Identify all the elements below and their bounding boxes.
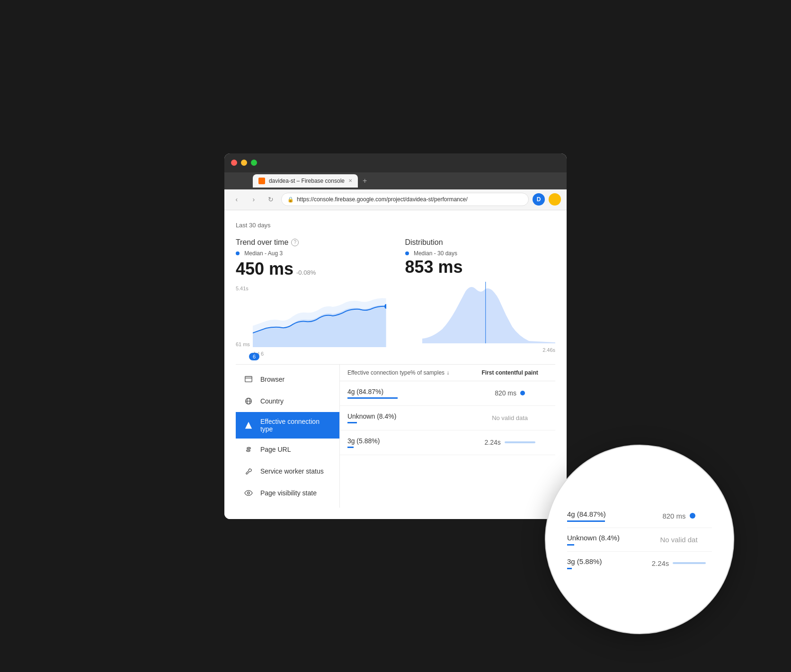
table-row: 3g (5.88%) 2.24s bbox=[340, 430, 555, 455]
eye-icon bbox=[243, 488, 254, 498]
trend-chart-section: Trend over time ? Median - Aug 3 450 ms … bbox=[236, 238, 386, 357]
sidebar-item-effective-connection[interactable]: Effective connection type bbox=[236, 412, 339, 439]
active-tab[interactable]: davidea-st – Firebase console ✕ bbox=[253, 174, 358, 188]
dist-dot bbox=[405, 251, 409, 255]
col-name-header: Effective connection type bbox=[347, 369, 410, 376]
sidebar-pageurl-label: Page URL bbox=[260, 446, 291, 453]
reload-button[interactable]: ↻ bbox=[264, 193, 277, 206]
dist-value: 853 ms bbox=[405, 257, 463, 277]
sidebar-visibility-label: Page visibility state bbox=[260, 489, 317, 497]
fcp-dot-4g bbox=[520, 391, 525, 395]
mag-fcp-4g: 820 ms bbox=[646, 512, 712, 520]
date-range-label: Last 30 days bbox=[236, 222, 555, 229]
sidebar-item-browser[interactable]: Browser bbox=[236, 368, 339, 390]
col-fcp-label: First contentful paint bbox=[481, 369, 538, 376]
mag-bar-4g bbox=[567, 520, 605, 522]
trend-title: Trend over time bbox=[236, 238, 288, 247]
mag-left-3g: 3g (5.88%) bbox=[567, 557, 646, 569]
mag-fcp-value-4g: 820 ms bbox=[662, 512, 685, 520]
fcp-bar-3g bbox=[505, 441, 535, 443]
user-avatar-d[interactable]: D bbox=[533, 193, 545, 206]
back-button[interactable]: ‹ bbox=[230, 193, 243, 206]
col-name-label: Effective connection type bbox=[347, 369, 410, 376]
dist-title: Distribution bbox=[405, 238, 443, 247]
svg-marker-7 bbox=[245, 421, 252, 428]
lock-icon: 🔒 bbox=[287, 197, 294, 203]
fcp-nodata-unknown: No valid data bbox=[492, 414, 528, 421]
row-fcp-3g: 2.24s bbox=[472, 439, 548, 446]
trend-info-icon[interactable]: ? bbox=[291, 239, 299, 246]
dist-x-right: 2.46s bbox=[542, 347, 555, 353]
mag-label-unknown: Unknown (8.4%) bbox=[567, 534, 646, 542]
sidebar-item-service-worker[interactable]: Service worker status bbox=[236, 460, 339, 482]
row-fcp-4g: 820 ms bbox=[472, 389, 548, 397]
table-row: 4g (84.87%) 820 ms bbox=[340, 381, 555, 406]
page-content: Last 30 days Trend over time ? Median - … bbox=[224, 210, 567, 519]
table-area: Effective connection type % of samples ↓… bbox=[340, 365, 555, 508]
wrench-icon bbox=[243, 466, 254, 476]
tab-bar: davidea-st – Firebase console ✕ + bbox=[224, 172, 567, 189]
fcp-value-3g: 2.24s bbox=[484, 439, 500, 446]
row-label-3g: 3g (5.88%) bbox=[347, 437, 410, 445]
address-bar: ‹ › ↻ 🔒 https://console.firebase.google.… bbox=[224, 189, 567, 210]
mac-window: davidea-st – Firebase console ✕ + ‹ › ↻ … bbox=[224, 153, 567, 519]
new-tab-button[interactable]: + bbox=[363, 177, 367, 185]
fullscreen-button[interactable] bbox=[251, 160, 257, 166]
mag-bar-right-3g bbox=[673, 562, 706, 564]
svg-point-9 bbox=[248, 492, 250, 494]
firebase-favicon bbox=[258, 178, 265, 184]
sidebar-connection-label: Effective connection type bbox=[260, 418, 332, 433]
svg-line-8 bbox=[248, 449, 249, 450]
dist-chart-svg bbox=[422, 282, 556, 343]
magnifier-lens: 4g (84.87%) 820 ms Unknown (8.4%) No val… bbox=[545, 445, 734, 634]
trend-date-badge: 6 bbox=[249, 353, 259, 360]
mag-row-3g: 3g (5.88%) 2.24s bbox=[567, 552, 712, 575]
sidebar-browser-label: Browser bbox=[260, 376, 284, 383]
mag-fcp-unknown: No valid dat bbox=[646, 536, 712, 544]
row-label-4g: 4g (84.87%) bbox=[347, 388, 410, 395]
col-samples-header[interactable]: % of samples ↓ bbox=[410, 369, 472, 376]
user-avatar-y bbox=[549, 193, 561, 206]
row-name-3g: 3g (5.88%) bbox=[347, 437, 410, 448]
distribution-chart-section: Distribution Median - 30 days 853 ms bbox=[405, 238, 556, 357]
charts-row: Trend over time ? Median - Aug 3 450 ms … bbox=[236, 238, 555, 357]
mag-bar-3g bbox=[567, 568, 572, 569]
sort-icon: ↓ bbox=[446, 369, 449, 376]
sidebar-item-page-visibility[interactable]: Page visibility state bbox=[236, 482, 339, 504]
sidebar-country-label: Country bbox=[260, 397, 284, 405]
trend-y-bottom: 61 ms bbox=[236, 341, 250, 347]
url-text: https://console.firebase.google.com/proj… bbox=[297, 196, 468, 203]
mag-left-unknown: Unknown (8.4%) bbox=[567, 534, 646, 546]
close-button[interactable] bbox=[231, 160, 237, 166]
sidebar-item-country[interactable]: Country bbox=[236, 390, 339, 412]
row-bar-4g bbox=[347, 397, 398, 399]
link-icon bbox=[243, 444, 254, 455]
svg-rect-2 bbox=[245, 376, 252, 382]
col-samples-label: % of samples bbox=[410, 369, 444, 376]
sidebar-item-page-url[interactable]: Page URL bbox=[236, 439, 339, 460]
dist-chart-area: 2.46s bbox=[405, 282, 556, 353]
trend-value: 450 ms bbox=[236, 259, 293, 279]
main-layout: Browser Country bbox=[236, 364, 555, 508]
url-bar[interactable]: 🔒 https://console.firebase.google.com/pr… bbox=[281, 193, 529, 206]
trend-dot bbox=[236, 251, 240, 255]
table-header: Effective connection type % of samples ↓… bbox=[340, 365, 555, 381]
mag-fcp-value-unknown: No valid dat bbox=[660, 536, 697, 544]
forward-button[interactable]: › bbox=[247, 193, 260, 206]
minimize-button[interactable] bbox=[241, 160, 247, 166]
row-bar-3g bbox=[347, 447, 354, 448]
row-bar-unknown bbox=[347, 422, 357, 423]
trend-median-label: Median - Aug 3 bbox=[244, 250, 283, 257]
mag-label-4g: 4g (84.87%) bbox=[567, 510, 646, 518]
trend-chart-svg bbox=[253, 286, 386, 347]
row-fcp-unknown: No valid data bbox=[472, 414, 548, 421]
mag-fcp-3g: 2.24s bbox=[646, 559, 712, 567]
tab-close-button[interactable]: ✕ bbox=[348, 178, 352, 183]
signal-icon bbox=[243, 420, 254, 430]
col-fcp-header: First contentful paint bbox=[472, 369, 548, 376]
trend-change: -0.08% bbox=[296, 269, 316, 276]
sidebar-serviceworker-label: Service worker status bbox=[260, 467, 324, 475]
sidebar: Browser Country bbox=[236, 365, 340, 508]
row-name-unknown: Unknown (8.4%) bbox=[347, 412, 410, 423]
mag-label-3g: 3g (5.88%) bbox=[567, 557, 646, 565]
